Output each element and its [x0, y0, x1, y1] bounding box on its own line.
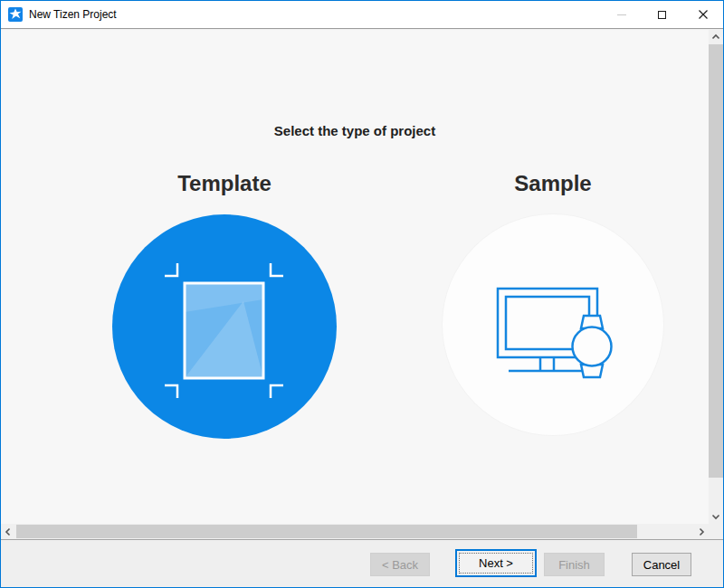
wizard-page: Select the type of project Template Samp… — [1, 30, 709, 524]
horizontal-scrollbar-thumb[interactable] — [16, 525, 637, 538]
minimize-icon — [617, 14, 626, 15]
sample-label: Sample — [443, 168, 663, 199]
scroll-right-icon — [697, 527, 706, 536]
scroll-left-button[interactable] — [1, 524, 15, 539]
template-label: Template — [111, 168, 338, 199]
tizen-app-icon — [8, 7, 23, 22]
close-button[interactable] — [682, 1, 723, 28]
scroll-down-icon — [711, 512, 720, 521]
template-option-button[interactable] — [112, 214, 337, 439]
vertical-scrollbar[interactable] — [709, 30, 723, 524]
page-title: Select the type of project — [1, 123, 709, 138]
option-template: Template — [111, 168, 338, 439]
option-sample: Sample — [443, 168, 663, 435]
scrollbar-corner — [709, 524, 723, 539]
scroll-down-button[interactable] — [709, 509, 723, 524]
new-tizen-project-dialog: New Tizen Project Select the type of pro… — [0, 0, 724, 588]
horizontal-scrollbar[interactable] — [1, 524, 709, 539]
maximize-button[interactable] — [642, 1, 682, 28]
cancel-button[interactable]: Cancel — [632, 553, 691, 576]
title-bar: New Tizen Project — [1, 1, 723, 29]
button-bar: < Back Next > Finish Cancel — [1, 540, 723, 587]
finish-button: Finish — [544, 553, 605, 576]
back-button: < Back — [370, 553, 430, 576]
sample-option-button[interactable] — [443, 214, 663, 435]
close-icon — [698, 9, 709, 20]
window-title: New Tizen Project — [29, 8, 117, 21]
maximize-icon — [658, 11, 666, 19]
next-button[interactable]: Next > — [455, 549, 537, 577]
template-icon — [112, 214, 337, 439]
minimize-button — [601, 1, 642, 28]
scroll-up-icon — [711, 33, 720, 42]
scroll-left-icon — [4, 527, 13, 536]
scroll-right-button[interactable] — [694, 524, 709, 539]
sample-icon — [443, 214, 663, 435]
vertical-scrollbar-thumb[interactable] — [709, 44, 723, 478]
scroll-up-button[interactable] — [709, 30, 723, 44]
